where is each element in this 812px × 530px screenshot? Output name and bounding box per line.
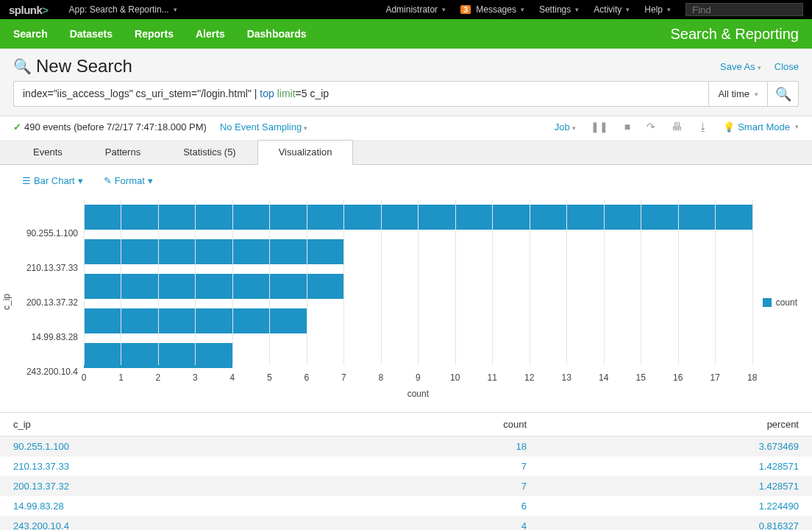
nav-dashboards[interactable]: Dashboards [247, 28, 307, 40]
nav-search[interactable]: Search [13, 28, 48, 40]
x-tick-label: 6 [304, 372, 310, 383]
save-as-menu[interactable]: Save As [720, 61, 761, 72]
cell-percent[interactable]: 1.428571 [540, 476, 812, 496]
user-menu[interactable]: Administrator [385, 4, 446, 15]
x-tick-label: 10 [450, 372, 460, 383]
cell-count[interactable]: 7 [371, 476, 540, 496]
search-icon: 🔍 [13, 57, 32, 75]
x-tick-label: 13 [562, 372, 571, 383]
x-tick-label: 17 [710, 372, 719, 383]
y-tick-label: 200.13.37.32 [19, 297, 78, 308]
x-tick-label: 1 [118, 372, 124, 383]
tab-events[interactable]: Events [12, 140, 84, 164]
bar[interactable] [84, 239, 343, 264]
x-tick-label: 18 [747, 372, 757, 383]
bar-chart: c_ip 90.255.1.100210.13.37.33200.13.37.3… [0, 192, 812, 412]
cell-cip[interactable]: 243.200.10.4 [0, 516, 371, 530]
table-row: 210.13.37.3371.428571 [0, 456, 812, 476]
settings-menu[interactable]: Settings [539, 4, 579, 15]
topbar: splunk> App: Search & Reportin... Admini… [0, 0, 812, 19]
cell-percent[interactable]: 1.428571 [540, 456, 812, 476]
print-icon[interactable]: 🖶 [672, 121, 682, 132]
table-row: 14.99.83.2861.224490 [0, 496, 812, 516]
cell-percent[interactable]: 3.673469 [540, 437, 812, 457]
time-range-picker[interactable]: All time [708, 81, 768, 107]
result-tabs: Events Patterns Statistics (5) Visualiza… [0, 140, 812, 165]
bar[interactable] [84, 274, 343, 299]
tab-visualization[interactable]: Visualization [257, 140, 354, 165]
x-tick-label: 3 [193, 372, 198, 383]
x-tick-label: 12 [524, 372, 534, 383]
y-tick-label: 210.13.37.33 [19, 263, 78, 273]
col-count[interactable]: count [371, 413, 540, 437]
y-tick-label: 14.99.83.28 [19, 332, 78, 342]
results-table: c_ip count percent 90.255.1.100183.67346… [0, 412, 812, 530]
search-button[interactable]: 🔍 [768, 81, 799, 107]
x-tick-label: 14 [599, 372, 608, 383]
complete-icon: ✓ [13, 121, 21, 132]
app-title: Search & Reporting [670, 26, 799, 43]
cell-count[interactable]: 7 [371, 456, 540, 476]
search-mode-menu[interactable]: 💡Smart Mode [723, 121, 799, 132]
cell-percent[interactable]: 0.816327 [540, 516, 812, 530]
nav-alerts[interactable]: Alerts [196, 28, 225, 40]
x-tick-label: 7 [341, 372, 346, 383]
cell-cip[interactable]: 210.13.37.33 [0, 456, 371, 476]
activity-menu[interactable]: Activity [594, 4, 630, 15]
x-tick-label: 4 [230, 372, 235, 383]
tab-statistics[interactable]: Statistics (5) [162, 140, 257, 164]
y-axis-label: c_ip [0, 294, 19, 310]
x-tick-label: 2 [156, 372, 161, 383]
status-bar: ✓490 events (before 7/2/17 7:47:18.000 P… [0, 116, 812, 140]
app-switcher[interactable]: App: Search & Reportin... [69, 4, 177, 15]
x-tick-label: 9 [416, 372, 421, 383]
stop-icon[interactable]: ■ [624, 121, 630, 132]
legend-swatch [763, 298, 772, 307]
page-title: New Search [36, 56, 707, 77]
export-icon[interactable]: ⭳ [698, 121, 708, 132]
x-tick-label: 0 [82, 372, 87, 383]
chevron-down-icon: ▾ [148, 175, 153, 186]
table-row: 243.200.10.440.816327 [0, 516, 812, 530]
chart-legend: count [752, 199, 797, 405]
nav-datasets[interactable]: Datasets [70, 28, 113, 40]
col-cip[interactable]: c_ip [0, 413, 371, 437]
pencil-icon: ✎ [104, 175, 112, 186]
cell-cip[interactable]: 14.99.83.28 [0, 496, 371, 516]
help-menu[interactable]: Help [644, 4, 671, 15]
x-axis-label: count [84, 389, 752, 405]
nav-reports[interactable]: Reports [135, 28, 174, 40]
cell-percent[interactable]: 1.224490 [540, 496, 812, 516]
table-row: 90.255.1.100183.673469 [0, 437, 812, 457]
main-nav: Search Datasets Reports Alerts Dashboard… [0, 19, 812, 49]
brand-logo: splunk> [9, 4, 49, 16]
cell-count[interactable]: 18 [371, 437, 540, 457]
lightbulb-icon: 💡 [723, 121, 735, 132]
share-icon[interactable]: ↷ [647, 121, 655, 132]
x-tick-label: 11 [488, 372, 497, 383]
close-button[interactable]: Close [774, 61, 799, 72]
chart-type-picker[interactable]: ☰Bar Chart▾ [22, 175, 83, 186]
x-tick-label: 8 [378, 372, 383, 383]
messages-menu[interactable]: 3Messages [460, 4, 524, 15]
y-tick-label: 90.255.1.100 [19, 228, 78, 239]
find-input[interactable] [685, 3, 803, 16]
y-tick-label: 243.200.10.4 [19, 367, 78, 377]
cell-count[interactable]: 4 [371, 516, 540, 530]
table-row: 200.13.37.3271.428571 [0, 476, 812, 496]
job-menu[interactable]: Job [555, 121, 576, 132]
bar-chart-icon: ☰ [22, 175, 31, 186]
x-tick-label: 15 [636, 372, 646, 383]
cell-cip[interactable]: 90.255.1.100 [0, 437, 371, 457]
messages-badge: 3 [460, 5, 471, 14]
pause-icon[interactable]: ❚❚ [591, 121, 608, 132]
col-percent[interactable]: percent [540, 413, 812, 437]
search-input[interactable]: index="iis_access_logs" cs_uri_stem="/lo… [13, 81, 708, 107]
tab-patterns[interactable]: Patterns [84, 140, 162, 164]
event-sampling-menu[interactable]: No Event Sampling [220, 121, 307, 132]
format-menu[interactable]: ✎Format▾ [104, 175, 153, 186]
cell-cip[interactable]: 200.13.37.32 [0, 476, 371, 496]
x-tick-label: 16 [673, 372, 683, 383]
chevron-down-icon: ▾ [78, 175, 83, 186]
cell-count[interactable]: 6 [371, 496, 540, 516]
